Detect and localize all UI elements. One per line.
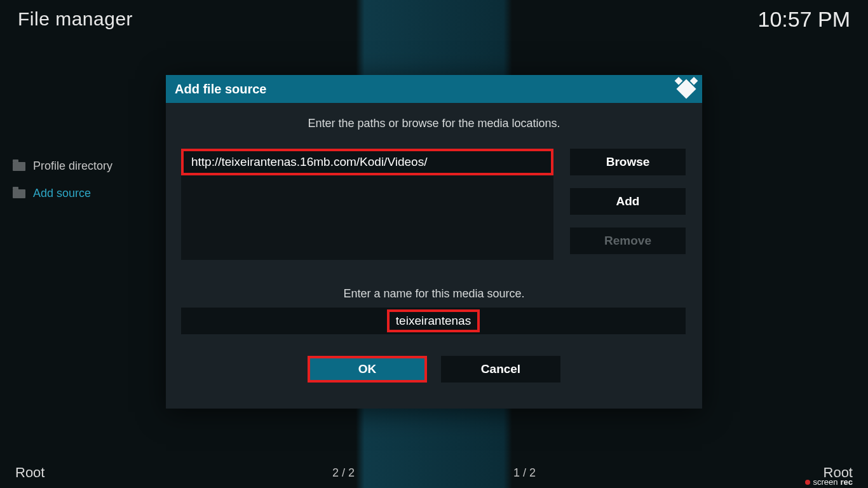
source-name-input[interactable]: teixeirantenas bbox=[181, 308, 686, 334]
paths-area: http://teixeirantenas.16mb.com/Kodi/Vide… bbox=[181, 149, 553, 260]
browse-button[interactable]: Browse bbox=[570, 149, 686, 175]
remove-button: Remove bbox=[570, 227, 686, 254]
watermark-brand: screen bbox=[813, 477, 837, 487]
footer-page-left: 2 / 2 bbox=[332, 466, 355, 480]
bottom-bar: Root 2 / 2 1 / 2 Root bbox=[0, 458, 868, 488]
footer-left-label: Root bbox=[15, 464, 44, 481]
add-file-source-dialog: Add file source Enter the paths or brows… bbox=[166, 75, 702, 409]
left-item-label: Profile directory bbox=[33, 159, 112, 173]
cancel-button[interactable]: Cancel bbox=[441, 356, 560, 383]
left-item-label: Add source bbox=[33, 187, 91, 200]
folder-icon bbox=[13, 189, 25, 198]
folder-icon bbox=[13, 162, 25, 171]
ok-button[interactable]: OK bbox=[308, 356, 427, 383]
left-item-add-source[interactable]: Add source bbox=[10, 180, 163, 207]
source-name-value: teixeirantenas bbox=[387, 309, 480, 332]
page-title: File manager bbox=[18, 8, 133, 30]
watermark-suffix: rec bbox=[840, 477, 853, 487]
add-button[interactable]: Add bbox=[570, 188, 686, 215]
left-item-profile-directory[interactable]: Profile directory bbox=[10, 152, 163, 180]
screenrec-watermark: screenrec bbox=[805, 477, 853, 487]
dialog-header: Add file source bbox=[166, 75, 702, 103]
path-input-value: http://teixeirantenas.16mb.com/Kodi/Vide… bbox=[191, 155, 427, 169]
left-file-list: Profile directory Add source bbox=[10, 152, 163, 207]
dialog-title: Add file source bbox=[175, 82, 266, 97]
dialog-instruction-paths: Enter the paths or browse for the media … bbox=[166, 117, 702, 130]
footer-page-right: 1 / 2 bbox=[513, 466, 536, 480]
record-dot-icon bbox=[805, 480, 810, 485]
top-bar: File manager 10:57 PM bbox=[0, 0, 868, 38]
clock: 10:57 PM bbox=[757, 7, 850, 32]
path-input[interactable]: http://teixeirantenas.16mb.com/Kodi/Vide… bbox=[181, 149, 553, 175]
dialog-instruction-name: Enter a name for this media source. bbox=[166, 287, 702, 301]
kodi-logo-icon bbox=[676, 79, 696, 98]
